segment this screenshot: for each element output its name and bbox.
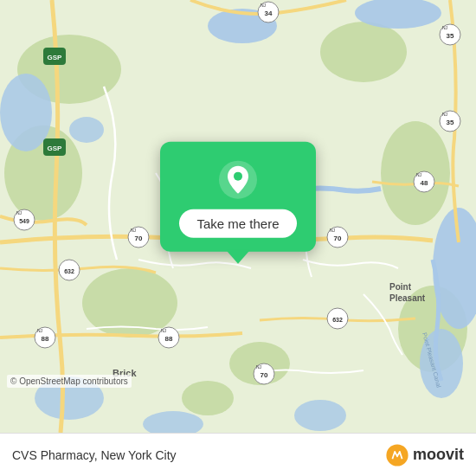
svg-text:632: 632	[332, 317, 343, 323]
map-container[interactable]: GSP GSP 34 NJ 35 NJ 35 NJ 48 NJ 70 NJ 70…	[0, 0, 476, 433]
svg-point-17	[294, 400, 346, 431]
bottom-bar: CVS Pharmacy, New York City moovit	[0, 433, 476, 476]
svg-text:GSP: GSP	[48, 145, 63, 152]
svg-text:GSP: GSP	[48, 54, 63, 61]
svg-text:NJ: NJ	[261, 3, 267, 8]
svg-text:35: 35	[447, 119, 454, 126]
svg-text:NJ: NJ	[442, 25, 448, 30]
svg-text:NJ: NJ	[131, 228, 137, 233]
svg-text:NJ: NJ	[161, 328, 167, 333]
location-pin-icon	[217, 159, 259, 201]
moovit-text: moovit	[413, 446, 464, 464]
svg-text:549: 549	[19, 218, 29, 224]
svg-text:NJ: NJ	[37, 328, 43, 333]
svg-text:NJ: NJ	[16, 210, 23, 215]
svg-text:35: 35	[447, 32, 454, 40]
popup-card: Take me there	[160, 142, 316, 252]
svg-text:88: 88	[42, 335, 49, 343]
svg-point-62	[234, 172, 242, 181]
map-attribution: © OpenStreetMap contributors	[7, 375, 132, 388]
svg-text:70: 70	[261, 371, 268, 379]
svg-text:632: 632	[64, 268, 74, 274]
svg-text:Pleasant: Pleasant	[389, 293, 426, 303]
take-me-there-button[interactable]: Take me there	[179, 209, 296, 238]
svg-point-2	[320, 22, 407, 82]
moovit-icon	[385, 443, 409, 467]
svg-text:Point: Point	[389, 282, 412, 292]
moovit-logo: moovit	[385, 443, 464, 467]
location-text: CVS Pharmacy, New York City	[12, 448, 177, 462]
svg-point-12	[69, 117, 104, 143]
svg-text:70: 70	[334, 235, 342, 242]
svg-text:34: 34	[265, 10, 273, 17]
svg-text:48: 48	[421, 179, 428, 187]
svg-point-8	[182, 381, 234, 415]
svg-text:NJ: NJ	[256, 364, 262, 370]
svg-text:NJ: NJ	[330, 228, 336, 233]
svg-text:NJ: NJ	[416, 172, 422, 177]
svg-text:NJ: NJ	[442, 112, 448, 117]
svg-text:70: 70	[135, 235, 143, 242]
location-info: CVS Pharmacy, New York City	[12, 448, 177, 462]
svg-text:88: 88	[165, 335, 173, 343]
